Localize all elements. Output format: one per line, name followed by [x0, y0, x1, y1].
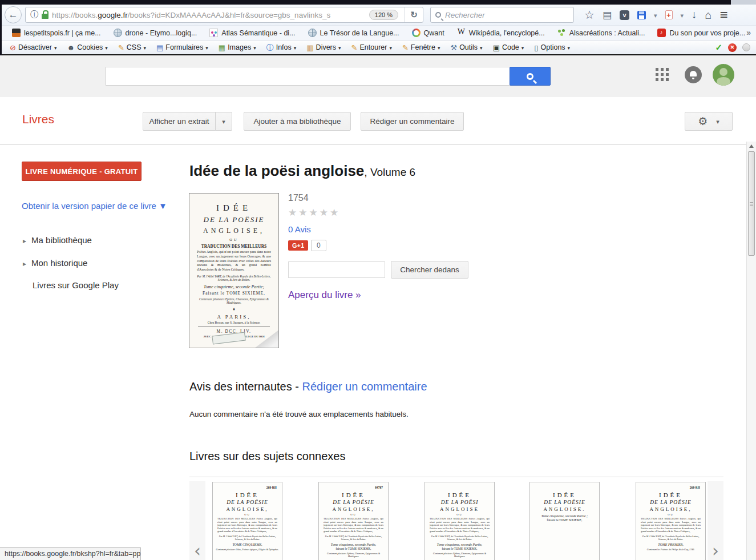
bookmark-item[interactable]: Atlas Sémantique - di...: [203, 26, 301, 40]
carousel-next-button[interactable]: [708, 481, 723, 560]
addon-page-icon[interactable]: [665, 10, 673, 19]
triangle-right-icon: [23, 235, 26, 245]
thumb-title-line: ANGLOISE: [428, 506, 491, 512]
notifications-bell-icon[interactable]: [685, 66, 702, 83]
related-book-thumbnail[interactable]: 268-RII IDÉE DE LA POÉSIE ANGLOISE, OU T…: [212, 482, 282, 560]
downloads-icon[interactable]: [692, 9, 697, 21]
url-text[interactable]: https://books.google.fr/books?id=KDxMAAA…: [52, 11, 366, 19]
devtools-menu-item[interactable]: ▥ Divers: [301, 43, 346, 51]
devtools-menu-item[interactable]: ▣ Code: [488, 43, 529, 51]
book-preview-link[interactable]: Aperçu du livre »: [288, 289, 468, 301]
bookmark-item[interactable]: lespetitspois.fr | ça me...: [6, 26, 107, 40]
menu-hamburger-icon[interactable]: [720, 7, 728, 23]
thumb-text: TRADUCTION DES MEILLEURS Poëtes Anglois,…: [428, 517, 491, 533]
thumb-shelfmark: [533, 486, 596, 490]
save-page-icon[interactable]: [637, 11, 646, 19]
devtools-menu-item[interactable]: ⊘ Désactiver: [5, 43, 62, 51]
thumb-text: OU: [322, 513, 385, 516]
cover-ornament: ♦: [195, 307, 273, 312]
books-page-title[interactable]: Livres: [22, 112, 54, 126]
thumb-text: Par M. l'Abbé YART, de l'Académie Royale…: [428, 535, 491, 541]
devtools-item-icon: ✎: [402, 44, 409, 51]
bookmark-star-icon[interactable]: [584, 8, 595, 22]
add-to-library-button[interactable]: Ajouter à ma bibliothèque: [244, 112, 351, 131]
settings-button[interactable]: [685, 112, 733, 131]
devtools-menu-item[interactable]: ▦ Images: [213, 43, 261, 51]
related-book-thumbnail[interactable]: IDÉE DE LA POËSI ANGLOISE OU TRADUCTION …: [425, 482, 495, 560]
scrollbar-thumb[interactable]: [748, 151, 755, 256]
devtools-menu-item[interactable]: ✎ Fenêtre: [397, 43, 446, 51]
bookmark-favicon: [308, 29, 317, 37]
page-zoom-indicator[interactable]: 120 %: [369, 10, 398, 20]
carousel-prev-button[interactable]: [189, 481, 205, 560]
devtools-item-label: Code: [502, 43, 519, 51]
validation-check-icon[interactable]: [715, 42, 722, 53]
back-button[interactable]: [5, 6, 22, 23]
bookmark-item[interactable]: Wikipédia, l'encyclopé...: [451, 26, 551, 40]
search-inside-input[interactable]: [288, 261, 385, 278]
bookmark-item[interactable]: Alsacréations : Actuali...: [551, 26, 652, 40]
reload-icon[interactable]: [405, 7, 423, 22]
devtools-menu-item[interactable]: ▯ Options: [529, 43, 575, 51]
reading-list-icon[interactable]: [603, 9, 612, 21]
bookmark-favicon: [12, 29, 21, 37]
chevron-down-icon[interactable]: [654, 11, 657, 19]
write-review-link[interactable]: Rédiger un commentaire: [302, 380, 427, 393]
page-scrollbar[interactable]: [746, 142, 756, 560]
related-book-thumbnail[interactable]: 84787 IDÉE DE LA POÉSIE ANGLOISE, OU TRA…: [318, 482, 389, 560]
sidebar-item-my-history[interactable]: Mon historique: [23, 258, 87, 268]
scrollbar-up-arrow-icon[interactable]: [749, 144, 754, 148]
devtools-item-label: Formulaires: [165, 43, 203, 51]
google-search-button[interactable]: [510, 67, 551, 86]
thumb-title-line: IDÉE: [639, 491, 702, 498]
sidebar-item-google-play[interactable]: Livres sur Google Play: [33, 280, 119, 290]
bookmark-item[interactable]: Qwant: [406, 26, 451, 40]
cover-text: TRADUCTION DES MEILLEURS: [195, 244, 273, 249]
related-books-heading: Livres sur des sujets connexes: [189, 450, 345, 463]
show-excerpt-dropdown-button[interactable]: [215, 112, 232, 131]
toolbar-search-input[interactable]: Rechercher: [430, 7, 574, 23]
google-search-input[interactable]: [106, 67, 510, 86]
star-rating[interactable]: ★★★★★: [288, 207, 468, 219]
reviews-heading-text: Avis des internautes -: [189, 380, 302, 393]
thumb-title-line: IDÉE: [428, 491, 491, 498]
reviews-count-link[interactable]: 0 Avis: [288, 224, 468, 234]
devtools-menu-item[interactable]: ▤ Formulaires: [151, 43, 213, 51]
toolbar-search-placeholder: Rechercher: [445, 11, 485, 19]
home-icon[interactable]: [705, 9, 712, 22]
account-avatar[interactable]: [713, 64, 734, 86]
sidebar-item-my-library[interactable]: Ma bibliothèque: [23, 235, 92, 245]
thumb-text: Contenant plusieurs Epîtres, Chansons, E…: [428, 552, 491, 558]
bookmark-item[interactable]: Le Trésor de la Langue...: [302, 26, 406, 40]
book-cover[interactable]: IDÉE DE LA POËSIE ANGLOISE, OU TRADUCTIO…: [189, 193, 279, 348]
url-bar[interactable]: https://books.google.fr/books?id=KDxMAAA…: [25, 7, 423, 23]
book-title-volume: , Volume 6: [364, 166, 415, 178]
related-book-thumbnail[interactable]: 268-RII IDÉE DE LA POÉSIE ANGLOISE, OU T…: [636, 482, 706, 560]
free-ebook-button[interactable]: LIVRE NUMÉRIQUE - GRATUIT: [22, 162, 142, 181]
books-action-bar: Livres Afficher un extrait Ajouter à ma …: [0, 97, 756, 145]
bookmark-favicon: [557, 29, 566, 37]
validation-error-icon[interactable]: [728, 43, 737, 52]
related-book-thumbnail[interactable]: IDÉE DE LA POËSIE ANGLOISE. Tome cinquie…: [529, 482, 600, 560]
show-excerpt-button[interactable]: Afficher un extrait: [143, 112, 216, 131]
bookmarks-overflow-chevron[interactable]: »: [746, 28, 751, 37]
search-inside-button[interactable]: Chercher dedans: [391, 261, 468, 279]
devtools-menu-item[interactable]: ⓘ Infos: [261, 43, 302, 51]
privacy-addon-icon[interactable]: [620, 10, 629, 20]
get-print-version-link[interactable]: Obtenir la version papier de ce livre ▼: [22, 201, 167, 211]
bookmarks-toolbar: lespetitspois.fr | ça me... drone - Etym…: [0, 25, 756, 40]
write-review-button[interactable]: Rédiger un commentaire: [361, 112, 464, 131]
google-apps-grid-icon[interactable]: [656, 68, 669, 82]
chevron-down-icon[interactable]: [681, 11, 684, 19]
devtools-menu-item[interactable]: ⚒ Outils: [445, 43, 487, 51]
page-info-icon[interactable]: [30, 10, 38, 20]
gear-icon: [698, 116, 708, 127]
gplus-button[interactable]: G+1: [288, 240, 308, 251]
devtools-menu-item[interactable]: ☻ Cookies: [62, 43, 112, 51]
bookmark-item[interactable]: drone - Etymo...logiq...: [107, 26, 204, 40]
devtools-menu-item[interactable]: ✎ Entourer: [346, 43, 397, 51]
devtools-menu-item[interactable]: ✎ CSS: [113, 43, 151, 51]
url-path: /books?id=KDxMAAAAcAAJ&hl=fr&source=gbs_…: [128, 11, 330, 19]
bookmark-item[interactable]: Du son pour vos proje...: [651, 26, 751, 40]
thumb-title-line: DE LA POËSIE: [533, 499, 596, 505]
